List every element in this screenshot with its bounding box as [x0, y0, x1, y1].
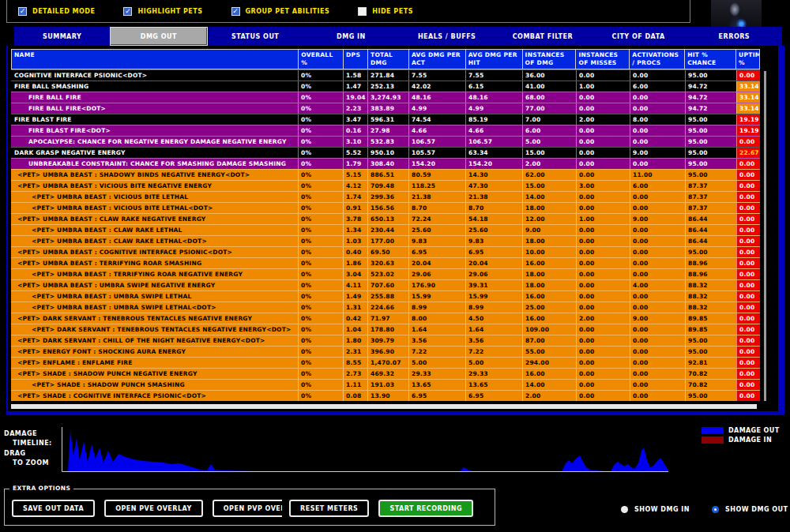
table-row[interactable]: <PET> SHADE : SHADOW PUNCH SMASHING0%1.1… [11, 379, 760, 390]
power-name: <PET> UMBRA BEAST : TERRIFYING ROAR SMAS… [11, 258, 298, 268]
table-row[interactable]: <PET> UMBRA BEAST : COGNITIVE INTERFACE … [11, 246, 760, 257]
value-cell: 0.00 [576, 159, 630, 169]
column-header-avg-dmg-per-hit[interactable]: AVG DMG PER HIT [465, 50, 522, 69]
table-row[interactable]: <PET> UMBRA BEAST : CLAW RAKE NEGATIVE E… [11, 213, 760, 224]
radio-label: SHOW DMG IN [634, 506, 690, 513]
table-row[interactable]: APOCALYPSE: CHANCE FOR NEGATIVE ENERGY D… [11, 136, 760, 147]
tab-dmg-in[interactable]: DMG IN [303, 27, 399, 46]
column-header-avg-dmg-per-act[interactable]: AVG DMG PER ACT [408, 50, 465, 69]
value-cell: 16.00 [522, 291, 576, 302]
value-cell: 55.00 [522, 347, 576, 357]
value-cell: 4.50 [465, 313, 522, 324]
table-row[interactable]: FIRE BLAST FIRE<DOT>0%0.1627.984.664.666… [11, 125, 760, 136]
value-cell: 886.51 [367, 170, 408, 180]
value-cell: 94.72 [685, 81, 736, 92]
horizontal-scrollbar[interactable] [11, 404, 757, 409]
table-row[interactable]: DARK GRASP NEGATIVE ENERGY0%5.52950.1010… [11, 147, 760, 158]
table-row[interactable]: FIRE BALL SMASHING0%1.47252.1342.026.154… [11, 81, 760, 92]
value-cell: 6.95 [408, 247, 465, 257]
tab-city-of-data[interactable]: CITY OF DATA [591, 27, 687, 46]
damage-timeline-chart[interactable] [62, 426, 669, 473]
radio-show-dmg-out[interactable]: SHOW DMG OUT [712, 506, 788, 513]
tab-combat-filter[interactable]: COMBAT FILTER [495, 27, 590, 46]
table-row[interactable]: <PET> SHADE : COGNITIVE INTERFACE PSIONI… [11, 390, 760, 401]
table-row[interactable]: <PET> UMBRA BEAST : SHADOWY BINDS NEGATI… [11, 169, 760, 180]
table-row[interactable]: COGNITIVE INTERFACE PSIONIC<DOT>0%1.5827… [11, 69, 760, 81]
column-header-dps[interactable]: DPS [343, 50, 367, 69]
value-cell: 9.00 [630, 214, 685, 224]
value-cell: 294.00 [522, 358, 576, 368]
power-name: <PET> SHADE : COGNITIVE INTERFACE PSIONI… [11, 391, 298, 401]
table-row[interactable]: FIRE BLAST FIRE0%3.47596.3174.5485.197.0… [11, 114, 760, 125]
value-cell: 0% [298, 347, 343, 357]
value-cell: 0% [298, 181, 343, 191]
value-cell: 308.40 [367, 159, 408, 169]
uptime-cell: 0.00 [736, 358, 760, 368]
dmg-direction-radios: SHOW DMG INSHOW DMG OUT [621, 506, 788, 513]
table-row[interactable]: <PET> UMBRA BEAST : CLAW RAKE LETHAL<DOT… [11, 235, 760, 246]
value-cell: 0.00 [576, 103, 630, 114]
column-header-activations-procs[interactable]: ACTIVATIONS / PROCS [629, 50, 684, 69]
tab-dmg-out[interactable]: DMG OUT [110, 27, 207, 46]
column-header-overall[interactable]: OVERALL % [298, 50, 343, 69]
tab-status-out[interactable]: STATUS OUT [208, 27, 303, 46]
uptime-cell: 0.00 [736, 247, 760, 257]
table-row[interactable]: <PET> UMBRA BEAST : CLAW RAKE LETHAL0%1.… [11, 224, 760, 235]
uptime-cell: 0.00 [736, 181, 760, 191]
value-cell: 0% [298, 170, 343, 180]
column-header-uptime[interactable]: UPTIME % [735, 50, 759, 69]
table-row[interactable]: <PET> UMBRA BEAST : UMBRA SWIPE NEGATIVE… [11, 279, 760, 290]
value-cell: 9.83 [465, 236, 522, 246]
checkbox-highlight-pets[interactable]: ✓HIGHLIGHT PETS [123, 7, 202, 16]
value-cell: 0.00 [630, 358, 685, 368]
reset-meters-button[interactable]: RESET METERS [289, 500, 369, 517]
table-row[interactable]: <PET> DARK SERVANT : TENEBROUS TENTACLES… [11, 313, 760, 324]
tab-heals-buffs[interactable]: HEALS / BUFFS [399, 27, 495, 46]
table-row[interactable]: <PET> DARK SERVANT : CHILL OF THE NIGHT … [11, 335, 760, 346]
column-header-total-dmg[interactable]: TOTAL DMG [367, 50, 408, 69]
radio-show-dmg-in[interactable]: SHOW DMG IN [621, 506, 690, 513]
column-header-name[interactable]: NAME [12, 50, 298, 69]
table-row[interactable]: <PET> ENERGY FONT : SHOCKING AURA ENERGY… [11, 346, 760, 357]
table-row[interactable]: <PET> DARK SERVANT : TENEBROUS TENTACLES… [11, 324, 760, 335]
table-row[interactable]: <PET> UMBRA BEAST : VICIOUS BITE LETHAL<… [11, 202, 760, 213]
value-cell: 54.18 [465, 214, 522, 224]
table-row[interactable]: <PET> SHADE : SHADOW PUNCH NEGATIVE ENER… [11, 368, 760, 379]
column-header-hit-chance[interactable]: HIT % CHANCE [684, 50, 735, 69]
uptime-cell: 0.00 [736, 335, 760, 346]
table-row[interactable]: FIRE BALL FIRE0%19.043,274.9348.1648.166… [11, 92, 760, 103]
value-cell: 1.58 [343, 70, 367, 81]
open-pve-overlay-button[interactable]: OPEN PVE OVERLAY [104, 500, 203, 517]
value-cell: 1.34 [343, 225, 367, 235]
value-cell: 0% [298, 225, 343, 235]
checkbox-detailed-mode[interactable]: ✓DETAILED MODE [18, 7, 95, 16]
value-cell: 0.00 [630, 247, 685, 257]
table-row[interactable]: UNBREAKABLE CONSTRAINT: CHANCE FOR SMASH… [11, 158, 760, 169]
tab-summary[interactable]: SUMMARY [14, 27, 110, 46]
table-row[interactable]: <PET> UMBRA BEAST : VICIOUS BITE LETHAL0… [11, 191, 760, 202]
checkbox-group-pet-abilities[interactable]: ✓GROUP PET ABILITIES [231, 7, 330, 16]
start-recording-button[interactable]: START RECORDING [378, 500, 473, 517]
table-row[interactable]: <PET> UMBRA BEAST : UMBRA SWIPE LETHAL<D… [11, 302, 760, 313]
table-header-row: NAMEOVERALL %DPSTOTAL DMGAVG DMG PER ACT… [11, 49, 760, 69]
checkbox-hide-pets[interactable]: HIDE PETS [358, 7, 413, 16]
table-row[interactable]: <PET> UMBRA BEAST : VICIOUS BITE NEGATIV… [11, 180, 760, 191]
value-cell: 4.11 [343, 280, 367, 290]
vertical-scrollbar[interactable] [764, 71, 766, 401]
table-row[interactable]: <PET> ENFLAME : ENFLAME FIRE0%8.551,470.… [11, 357, 760, 368]
tab-errors[interactable]: ERRORS [687, 27, 782, 46]
column-header-instances-of-misses[interactable]: INSTANCES OF MISSES [575, 50, 629, 69]
save-out-data-button[interactable]: SAVE OUT DATA [12, 500, 95, 517]
value-cell: 0.00 [630, 137, 685, 147]
table-row[interactable]: <PET> UMBRA BEAST : TERRIFYING ROAR SMAS… [11, 257, 760, 268]
table-row[interactable]: <PET> UMBRA BEAST : UMBRA SWIPE LETHAL0%… [11, 290, 760, 302]
value-cell: 95.00 [685, 335, 736, 346]
table-row[interactable]: FIRE BALL FIRE<DOT>0%2.23383.894.994.997… [11, 103, 760, 114]
power-name: <PET> DARK SERVANT : CHILL OF THE NIGHT … [11, 335, 298, 346]
column-header-instances-of-dmg[interactable]: INSTANCES OF DMG [522, 50, 576, 69]
value-cell: 0% [298, 335, 343, 346]
value-cell: 0.00 [576, 380, 630, 390]
table-row[interactable]: <PET> UMBRA BEAST : TERRIFYING ROAR NEGA… [11, 268, 760, 279]
value-cell: 8.99 [408, 302, 465, 313]
value-cell: 0.40 [343, 247, 367, 257]
